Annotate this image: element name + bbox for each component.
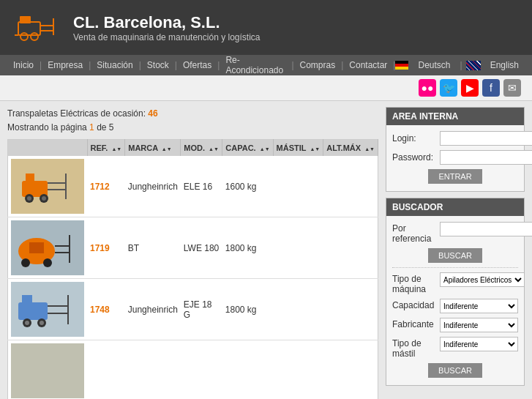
buscar-button-2[interactable]: BUSCAR [428, 363, 482, 378]
table-row: 1748 Jungheinrich EJE 18 G 1800 kg [8, 279, 378, 340]
nav-reacondicionado[interactable]: Re-Acondicionado [220, 55, 291, 75]
login-input[interactable] [440, 131, 532, 146]
product-capac-3: 1800 kg [222, 279, 273, 340]
page-sep: de [97, 122, 106, 133]
product-image-2[interactable] [11, 220, 84, 275]
svg-point-18 [42, 196, 46, 201]
product-capac-1: 1600 kg [222, 156, 273, 217]
buscar-button-1[interactable]: BUSCAR [428, 248, 482, 263]
product-marca-4 [125, 340, 181, 399]
svg-rect-28 [18, 302, 48, 320]
svg-point-17 [27, 196, 31, 201]
th-altmax: ALT.MÁX ▲▼ [323, 140, 378, 157]
product-image-3[interactable] [11, 282, 84, 337]
ref-label: Por referencia [392, 222, 440, 244]
password-input[interactable] [440, 150, 532, 165]
buscador-body: Por referencia BUSCAR Tipo de máquina Ap… [386, 216, 524, 385]
product-marca-1: Jungheinrich [125, 156, 181, 217]
email-icon[interactable]: ✉ [503, 79, 521, 97]
flag-uk-icon [466, 61, 481, 70]
flickr-icon[interactable]: ●● [419, 79, 436, 97]
nav-compras[interactable]: Compras [294, 60, 342, 70]
product-image-cell [8, 217, 88, 279]
svg-point-35 [25, 321, 29, 325]
area-interna-panel: AREA INTERNA Login: Password: ENTRAR [386, 107, 525, 192]
showing-text: Mostrando la página [7, 122, 87, 133]
nav-lang-de[interactable]: Deutsch [412, 60, 456, 70]
svg-rect-8 [20, 16, 31, 23]
logo-icon [11, 7, 62, 48]
th-mod: MOD. ▲▼ [181, 140, 222, 157]
buscador-header: BUSCADOR [386, 198, 524, 216]
buscador-panel: BUSCADOR Por referencia BUSCAR Tipo de m… [386, 198, 525, 386]
product-image-1[interactable] [11, 159, 84, 214]
ref-search-input[interactable] [440, 222, 532, 236]
main-content: Transpaletas Eléctricas de ocasión: 46 M… [0, 101, 532, 399]
site-header: CL. Barcelona, S.L. Venta de maquinaria … [0, 0, 532, 55]
twitter-icon[interactable]: 🐦 [440, 79, 457, 97]
total-pages: 5 [109, 122, 114, 133]
nav-ofertas[interactable]: Ofertas [177, 60, 217, 70]
current-page: 1 [89, 122, 94, 133]
separator [392, 267, 518, 268]
product-mastil-4 [273, 340, 323, 399]
product-image-cell [8, 156, 88, 217]
company-name: CL. Barcelona, S.L. [73, 13, 261, 32]
product-mod-3: EJE 18 G [181, 279, 222, 340]
nav-lang-en[interactable]: English [484, 60, 525, 70]
filter-mastil-select[interactable]: Indiferente [440, 337, 518, 351]
product-mastil-2 [273, 217, 323, 279]
logo-area: CL. Barcelona, S.L. Venta de maquinaria … [11, 7, 261, 48]
nav-contactar[interactable]: Contactar [343, 60, 393, 70]
th-mastil: MÁSTIL ▲▼ [273, 140, 323, 157]
svg-rect-26 [29, 242, 44, 253]
left-column: Transpaletas Eléctricas de ocasión: 46 M… [7, 107, 378, 399]
youtube-icon[interactable]: ▶ [461, 79, 479, 97]
product-ref-2[interactable]: 1719 [87, 217, 125, 279]
filter-fab-select[interactable]: Indiferente [440, 318, 518, 332]
nav-inicio[interactable]: Inicio [7, 60, 40, 70]
svg-point-25 [43, 258, 52, 267]
product-mod-1: ELE 16 [181, 156, 222, 217]
table-row: 1712 Jungheinrich ELE 16 1600 kg [8, 156, 378, 217]
product-marca-3: Jungheinrich [125, 279, 181, 340]
filter-tipo-select[interactable]: Apiladores Eléctricos [440, 272, 525, 287]
product-altmax-3 [323, 279, 378, 340]
table-row: 1719 BT LWE 180 1800 kg [8, 217, 378, 279]
product-image-cell [8, 279, 88, 340]
th-ref: REF. ▲▼ [87, 140, 125, 157]
product-table: REF. ▲▼ MARCA ▲▼ MOD. ▲▼ CAPAC. ▲▼ MÁSTI… [7, 139, 378, 399]
product-ref-3[interactable]: 1748 [87, 279, 125, 340]
table-header-row: REF. ▲▼ MARCA ▲▼ MOD. ▲▼ CAPAC. ▲▼ MÁSTI… [8, 140, 378, 157]
th-image [8, 140, 88, 157]
filter-capac-select[interactable]: Indiferente [440, 299, 518, 313]
area-interna-body: Login: Password: ENTRAR [386, 125, 524, 191]
product-mod-4 [181, 340, 222, 399]
login-row: Login: [392, 131, 518, 146]
product-altmax-1 [323, 156, 378, 217]
right-column: AREA INTERNA Login: Password: ENTRAR BUS… [386, 107, 525, 399]
filter-fabricante: Fabricante Indiferente [392, 318, 518, 332]
nav-empresa[interactable]: Empresa [42, 60, 89, 70]
product-mastil-3 [273, 279, 323, 340]
table-row [8, 340, 378, 399]
login-label: Login: [392, 133, 440, 143]
page-title-text: Transpaletas Eléctricas de ocasión: [7, 108, 146, 119]
product-capac-4 [222, 340, 273, 399]
main-nav: Inicio | Empresa | Situación | Stock | O… [0, 55, 532, 75]
area-interna-header: AREA INTERNA [386, 108, 524, 125]
entrar-button[interactable]: ENTRAR [428, 169, 482, 184]
product-ref-1[interactable]: 1712 [87, 156, 125, 217]
nav-stock[interactable]: Stock [141, 60, 175, 70]
th-capac: CAPAC. ▲▼ [222, 140, 273, 157]
product-capac-2: 1800 kg [222, 217, 273, 279]
password-label: Password: [392, 152, 440, 163]
facebook-icon[interactable]: f [482, 79, 500, 97]
product-marca-2: BT [125, 217, 181, 279]
filter-capac-label: Capacidad [392, 299, 440, 310]
svg-rect-11 [26, 174, 34, 182]
social-bar: ●● 🐦 ▶ f ✉ [0, 75, 532, 101]
product-image-4[interactable] [11, 343, 84, 398]
filter-fab-label: Fabricante [392, 318, 440, 329]
nav-situacion[interactable]: Situación [91, 60, 138, 70]
